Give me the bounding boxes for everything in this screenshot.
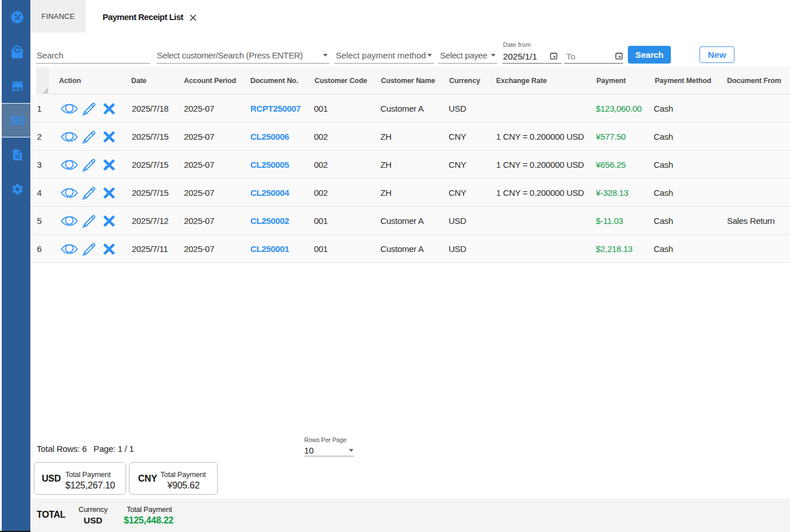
- svg-text:100: 100: [14, 119, 21, 122]
